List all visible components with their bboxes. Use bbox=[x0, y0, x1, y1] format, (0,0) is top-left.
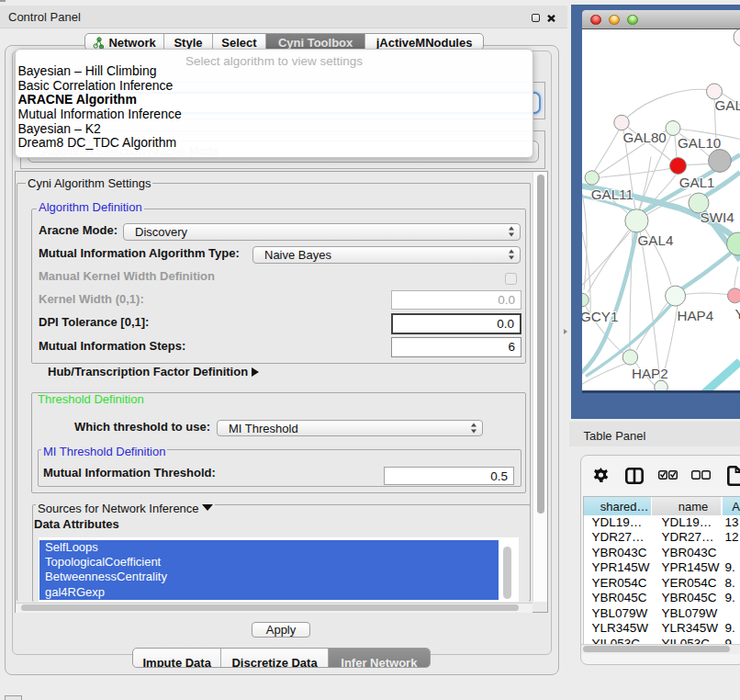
svg-text:SWI4: SWI4 bbox=[701, 209, 734, 225]
svg-text:YEL: YEL bbox=[735, 306, 740, 322]
svg-text:GAL1: GAL1 bbox=[679, 175, 715, 190]
svg-text:GCY1: GCY1 bbox=[582, 309, 618, 324]
svg-text:GAL4: GAL4 bbox=[638, 231, 674, 247]
svg-text:GAL11: GAL11 bbox=[591, 186, 633, 201]
svg-text:GAL80: GAL80 bbox=[623, 129, 667, 144]
svg-text:HAP4: HAP4 bbox=[678, 307, 714, 322]
svg-text:GAL7: GAL7 bbox=[715, 97, 740, 113]
svg-text:GAL10: GAL10 bbox=[678, 135, 721, 151]
svg-text:HAP2: HAP2 bbox=[632, 365, 668, 380]
